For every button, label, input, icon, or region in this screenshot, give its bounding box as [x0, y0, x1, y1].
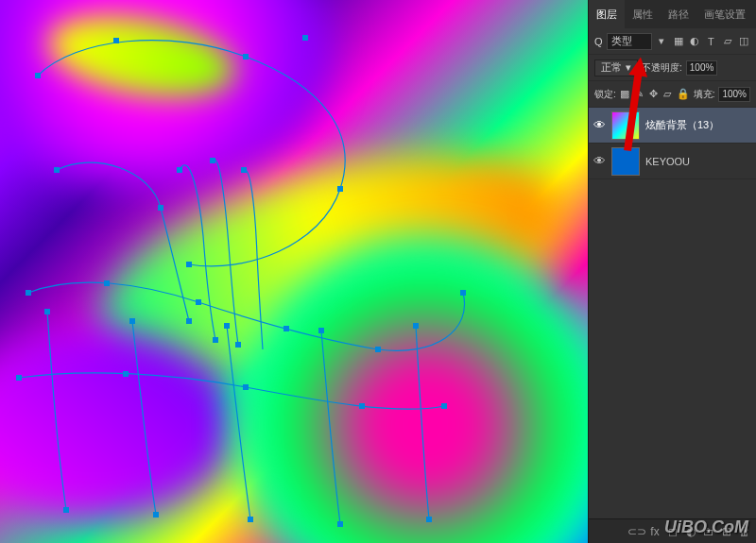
fill-label: 填充:	[694, 88, 715, 101]
lock-label: 锁定:	[594, 88, 616, 101]
link-layers-icon[interactable]: ⊂⊃	[629, 524, 644, 538]
filter-row: Q ▾ ▦ ◐ T ▱ ◫	[589, 28, 756, 55]
lock-artboard-icon[interactable]: ▱	[662, 87, 673, 101]
shape-filter-icon[interactable]: ▱	[721, 34, 733, 48]
layers-panel: 图层 属性 路径 画笔设置 Q ▾ ▦ ◐ T ▱ ◫ 正常▾ 不透明度: 10…	[588, 0, 756, 543]
opacity-label: 不透明度:	[642, 61, 682, 75]
lock-transparent-icon[interactable]: ▩	[620, 87, 630, 101]
layer-fx-icon[interactable]: fx	[647, 524, 662, 538]
layer-type-filter[interactable]	[607, 33, 652, 50]
visibility-toggle-icon[interactable]: 👁	[593, 154, 606, 168]
lock-row: 锁定: ▩ ✎ ✥ ▱ 🔒 填充: 100%	[589, 81, 756, 108]
tab-paths[interactable]: 路径	[661, 0, 696, 28]
image-filter-icon[interactable]: ▦	[672, 34, 684, 48]
layer-item-2[interactable]: 👁 KEYOOU	[589, 144, 756, 179]
visibility-toggle-icon[interactable]: 👁	[593, 118, 606, 132]
watermark-text: UiBO.CoM	[664, 518, 748, 537]
adjustment-filter-icon[interactable]: ◐	[688, 34, 700, 48]
fill-value[interactable]: 100%	[718, 87, 750, 102]
chevron-down-icon[interactable]: ▾	[656, 34, 668, 48]
blend-mode-select[interactable]: 正常▾	[594, 59, 638, 76]
lock-all-icon[interactable]: 🔒	[677, 87, 690, 101]
tab-brush[interactable]: 画笔设置	[696, 0, 753, 28]
layer-name[interactable]: 炫酷背景（13）	[645, 118, 719, 132]
layer-thumbnail[interactable]	[611, 147, 640, 176]
panel-tabs: 图层 属性 路径 画笔设置	[589, 0, 756, 28]
layer-name[interactable]: KEYOOU	[645, 156, 690, 167]
search-prefix: Q	[594, 36, 603, 47]
type-filter-icon[interactable]: T	[705, 34, 717, 48]
opacity-value[interactable]: 100%	[686, 60, 718, 76]
layers-list: 👁 炫酷背景（13） 👁 KEYOOU	[589, 108, 756, 518]
lock-move-icon[interactable]: ✥	[648, 87, 659, 101]
canvas-area[interactable]	[0, 0, 590, 543]
layer-thumbnail[interactable]	[611, 111, 640, 140]
layer-item-1[interactable]: 👁 炫酷背景（13）	[589, 108, 756, 144]
blend-row: 正常▾ 不透明度: 100%	[589, 55, 756, 81]
tab-layers[interactable]: 图层	[589, 0, 625, 28]
tab-properties[interactable]: 属性	[625, 0, 661, 28]
lock-brush-icon[interactable]: ✎	[634, 87, 644, 101]
smart-filter-icon[interactable]: ◫	[738, 34, 750, 48]
